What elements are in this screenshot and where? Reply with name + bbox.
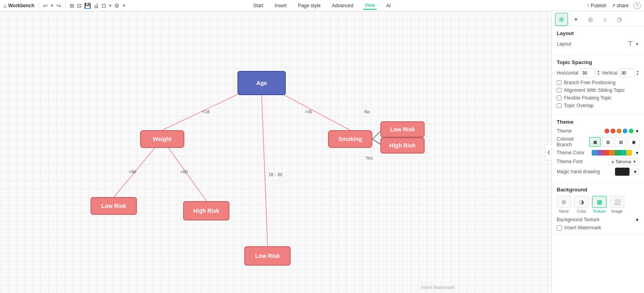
node-low-risk-1[interactable]: Low Risk bbox=[380, 121, 425, 137]
panel-tab-layout[interactable]: ⊞ bbox=[555, 13, 568, 26]
branch-icon-4[interactable]: ▣ bbox=[628, 137, 639, 147]
node-low-risk-3-label: Low Risk bbox=[255, 253, 280, 259]
label-yes: Yes bbox=[365, 156, 373, 160]
magic-dropdown-arrow[interactable]: ▼ bbox=[631, 169, 639, 175]
new-icon[interactable]: ⊞ bbox=[70, 2, 74, 9]
theme-color-bar[interactable] bbox=[592, 150, 632, 156]
canvas[interactable]: <18 >30 18 - 30 <60 >60 No Yes Age Weigh… bbox=[0, 11, 551, 293]
color-seg-1 bbox=[592, 150, 597, 156]
panel-tab-style[interactable]: ✦ bbox=[570, 13, 582, 26]
collapse-panel-button[interactable]: ❮ bbox=[545, 144, 551, 160]
menu-tab-ai[interactable]: AI bbox=[385, 2, 392, 10]
print-icon[interactable]: 🖨 bbox=[93, 2, 99, 9]
home-icon: ⌂ bbox=[3, 2, 6, 9]
undo-dropdown-icon[interactable]: ▼ bbox=[50, 4, 54, 8]
background-section: Background ⊘ None ◑ Color ▦ Texture ⬜ Im… bbox=[552, 183, 644, 235]
format-icon[interactable]: ⚙ bbox=[114, 2, 120, 9]
flexible-checkbox[interactable] bbox=[557, 96, 561, 100]
publish-label: Publish bbox=[591, 3, 607, 8]
theme-section-title: Theme bbox=[557, 119, 639, 125]
branch-icon-2[interactable]: ▥ bbox=[602, 137, 613, 147]
menu-tab-view[interactable]: View bbox=[363, 2, 377, 10]
alignment-row: Alignment With Sibling Topic bbox=[557, 87, 639, 93]
vertical-spin[interactable]: ▲ ▼ bbox=[636, 70, 639, 76]
layout-dropdown-arrow[interactable]: ▼ bbox=[635, 42, 639, 46]
label-gt60: >60 bbox=[180, 169, 188, 174]
bg-texture-dropdown-arrow[interactable]: ▼ bbox=[635, 218, 639, 222]
horizontal-input[interactable] bbox=[580, 69, 595, 77]
intent-watermark: Intent Watermark bbox=[421, 285, 455, 290]
menu-tab-pagestyle[interactable]: Page style bbox=[296, 2, 322, 10]
panel-tab-clock[interactable]: ◷ bbox=[613, 13, 626, 26]
node-low-risk-2[interactable]: Low Risk bbox=[91, 197, 137, 215]
node-high-risk-1[interactable]: High Rish bbox=[380, 137, 425, 154]
layout-icon[interactable]: ⊤ bbox=[627, 39, 634, 48]
node-smoking[interactable]: Smoking bbox=[328, 130, 372, 148]
node-weight[interactable]: Weight bbox=[140, 130, 184, 148]
bg-texture[interactable]: ▦ Texture bbox=[592, 196, 607, 214]
theme-font-row: Theme Font a Tahoma ▼ bbox=[557, 158, 639, 165]
app-name: Workbench bbox=[8, 3, 34, 8]
menu-tab-insert[interactable]: Insert bbox=[273, 2, 288, 10]
label-lt18: <18 bbox=[202, 109, 210, 114]
branch-icon-1[interactable]: ▦ bbox=[589, 137, 601, 147]
help-button[interactable]: ? bbox=[634, 2, 641, 9]
undo-icon[interactable]: ↩ bbox=[43, 2, 48, 9]
share-button[interactable]: ↗ share bbox=[611, 3, 629, 8]
colored-branch-row: Colored Branch ▦ ▥ ▤ ▣ bbox=[557, 136, 639, 148]
menu-tab-start[interactable]: Start bbox=[252, 2, 265, 10]
redo-icon[interactable]: ↪ bbox=[56, 2, 61, 9]
layout-value: ⊤ ▼ bbox=[627, 39, 639, 48]
branch-free-label: Branch Free Positioning bbox=[564, 80, 615, 85]
node-high-risk-2-label: High Risk bbox=[193, 208, 219, 214]
theme-colors bbox=[605, 129, 634, 133]
vertical-input[interactable] bbox=[619, 69, 634, 77]
label-no: No bbox=[364, 109, 370, 114]
overlap-label: Topic Overlap bbox=[564, 103, 593, 108]
node-age[interactable]: Age bbox=[237, 71, 286, 95]
font-prefix: a bbox=[611, 160, 614, 164]
theme-dot-2 bbox=[611, 129, 615, 133]
magic-hand-label: Magic hand drawing bbox=[557, 169, 600, 175]
panel-tab-location[interactable]: ◎ bbox=[584, 13, 597, 26]
save-icon[interactable]: 💾 bbox=[84, 2, 91, 9]
background-options: ⊘ None ◑ Color ▦ Texture ⬜ Image bbox=[557, 196, 639, 214]
watermark-checkbox[interactable] bbox=[557, 225, 562, 231]
open-icon[interactable]: ⊟ bbox=[77, 2, 82, 9]
bg-color[interactable]: ◑ Color bbox=[574, 196, 589, 214]
node-low-risk-3[interactable]: Low Risk bbox=[244, 246, 291, 266]
menu-tab-advanced[interactable]: Advanced bbox=[330, 2, 355, 10]
theme-dot-5 bbox=[629, 129, 634, 133]
overlap-checkbox[interactable] bbox=[557, 103, 561, 108]
branch-icon-3[interactable]: ▤ bbox=[615, 137, 626, 147]
theme-font-select[interactable]: a Tahoma ▼ bbox=[609, 158, 639, 165]
branch-free-checkbox[interactable] bbox=[557, 80, 561, 85]
theme-dot-4 bbox=[623, 129, 627, 133]
layout-label: Layout bbox=[557, 41, 571, 47]
branch-free-row: Branch Free Positioning bbox=[557, 80, 639, 85]
label-18-30: 18 - 30 bbox=[268, 172, 282, 177]
theme-dot-3 bbox=[617, 129, 621, 133]
spacing-row: Horizontal ▲ ▼ Vertical ▲ ▼ bbox=[557, 69, 639, 77]
node-high-risk-2[interactable]: High Risk bbox=[183, 201, 229, 220]
panel-tab-home[interactable]: ⌂ bbox=[599, 13, 611, 26]
layout-section: Layout Layout ⊤ ▼ bbox=[552, 26, 644, 55]
background-section-title: Background bbox=[557, 187, 639, 193]
horizontal-spin[interactable]: ▲ ▼ bbox=[597, 70, 600, 76]
export-icon[interactable]: ⊡ bbox=[101, 2, 106, 9]
theme-section: Theme Theme ▼ Colored Branch bbox=[552, 115, 644, 183]
bg-none[interactable]: ⊘ None bbox=[557, 196, 571, 214]
theme-color-label: Theme Color bbox=[557, 150, 584, 156]
right-panel: ⊞ ✦ ◎ ⌂ ◷ Layout Layout ⊤ ▼ Topic Spacin… bbox=[551, 11, 644, 293]
theme-dropdown-arrow[interactable]: ▼ bbox=[635, 129, 639, 133]
export-dropdown-icon[interactable]: ▼ bbox=[109, 4, 112, 8]
magic-color-picker[interactable] bbox=[615, 168, 630, 176]
alignment-checkbox[interactable] bbox=[557, 88, 561, 93]
node-weight-label: Weight bbox=[153, 136, 171, 142]
bg-image[interactable]: ⬜ Image bbox=[610, 196, 624, 214]
publish-button[interactable]: ↑ Publish bbox=[587, 2, 607, 8]
theme-color-row: Theme Color ▼ bbox=[557, 150, 639, 156]
share-label: share bbox=[617, 3, 629, 8]
format-dropdown-icon[interactable]: ▼ bbox=[122, 4, 126, 8]
theme-color-dropdown[interactable]: ▼ bbox=[635, 151, 639, 155]
